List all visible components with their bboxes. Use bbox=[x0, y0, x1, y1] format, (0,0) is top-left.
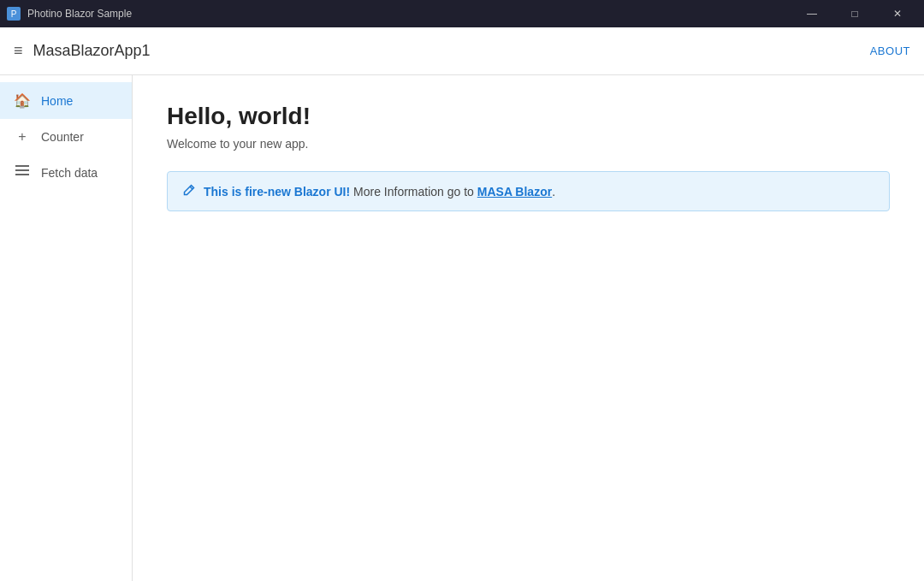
about-link[interactable]: ABOUT bbox=[870, 44, 910, 57]
watermark-text: token的技术分享 bbox=[824, 544, 907, 560]
app-title: MasaBlazorApp1 bbox=[33, 42, 151, 60]
masa-blazor-link[interactable]: MASA Blazor bbox=[477, 185, 552, 199]
svg-point-3 bbox=[797, 542, 817, 562]
banner-middle-text: More Information go to bbox=[350, 185, 477, 199]
hamburger-icon[interactable]: ≡ bbox=[14, 42, 23, 60]
maximize-button[interactable]: □ bbox=[835, 0, 874, 27]
pencil-icon bbox=[183, 184, 195, 199]
sidebar-label-counter: Counter bbox=[41, 130, 84, 144]
svg-rect-2 bbox=[15, 174, 29, 175]
main-content: Hello, world! Welcome to your new app. T… bbox=[133, 75, 924, 581]
sidebar-item-fetch-data[interactable]: Fetch data bbox=[0, 155, 132, 191]
page-title: Hello, world! bbox=[167, 103, 890, 130]
watermark-icon bbox=[795, 540, 819, 564]
banner-highlight: This is fire-new Blazor UI! bbox=[204, 185, 350, 199]
window-title-text: Photino Blazor Sample bbox=[27, 8, 132, 20]
sidebar: 🏠 Home + Counter Fetch data bbox=[0, 75, 133, 581]
app-container: ≡ MasaBlazorApp1 ABOUT 🏠 Home + Counter bbox=[0, 27, 924, 581]
sidebar-label-fetch-data: Fetch data bbox=[41, 166, 98, 180]
svg-rect-1 bbox=[15, 169, 29, 171]
sidebar-label-home: Home bbox=[41, 94, 73, 108]
minimize-button[interactable]: — bbox=[792, 0, 832, 27]
banner-text: This is fire-new Blazor UI! More Informa… bbox=[204, 185, 555, 199]
close-button[interactable]: ✕ bbox=[878, 0, 917, 27]
body-layout: 🏠 Home + Counter Fetch data Hel bbox=[0, 75, 924, 581]
home-icon: 🏠 bbox=[14, 92, 31, 109]
window-controls: — □ ✕ bbox=[792, 0, 917, 27]
top-bar: ≡ MasaBlazorApp1 ABOUT bbox=[0, 27, 924, 75]
sidebar-item-counter[interactable]: + Counter bbox=[0, 119, 132, 155]
plus-icon: + bbox=[14, 129, 31, 145]
banner-after-text: . bbox=[552, 185, 555, 199]
page-subtitle: Welcome to your new app. bbox=[167, 137, 890, 151]
watermark: token的技术分享 bbox=[795, 540, 907, 564]
window-chrome: P Photino Blazor Sample — □ ✕ bbox=[0, 0, 924, 27]
svg-point-4 bbox=[801, 549, 806, 554]
window-title-bar: P Photino Blazor Sample bbox=[7, 7, 132, 21]
info-banner: This is fire-new Blazor UI! More Informa… bbox=[167, 171, 890, 211]
sidebar-item-home[interactable]: 🏠 Home bbox=[0, 82, 132, 119]
top-bar-left: ≡ MasaBlazorApp1 bbox=[14, 42, 151, 60]
list-icon bbox=[14, 165, 31, 181]
svg-rect-0 bbox=[15, 165, 29, 167]
window-app-icon: P bbox=[7, 7, 21, 21]
